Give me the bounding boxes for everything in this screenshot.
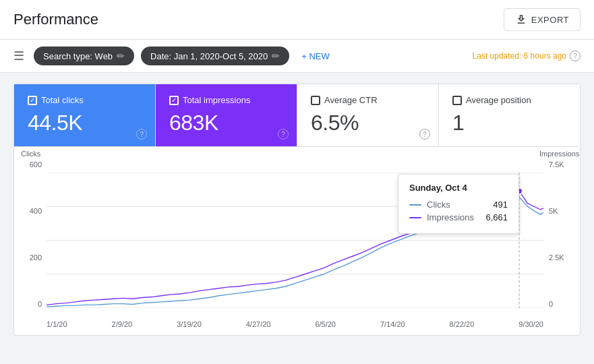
last-updated: Last updated: 6 hours ago ? <box>473 51 581 61</box>
tooltip-date: Sunday, Oct 4 <box>409 183 508 193</box>
clicks-line-indicator <box>409 204 421 206</box>
position-checkbox[interactable] <box>452 96 462 105</box>
position-value: 1 <box>452 111 566 135</box>
toolbar: ☰ Search type: Web ✏ Date: Jan 1, 2020-O… <box>0 40 594 73</box>
date-label: Date: Jan 1, 2020-Oct 5, 2020 <box>150 51 268 61</box>
filter-icon[interactable]: ☰ <box>13 49 24 63</box>
y-axis-left: Clicks 600 400 200 0 <box>21 160 44 308</box>
export-label: EXPORT <box>531 15 569 25</box>
help-icon[interactable]: ? <box>570 51 581 61</box>
metrics-row: Total clicks 44.5K ? Total impressions 6… <box>13 84 581 147</box>
tooltip-clicks-label: Clicks <box>427 200 450 210</box>
download-icon <box>515 13 527 26</box>
chart-area: Clicks 600 400 200 0 Impressions 7.5K 5K… <box>21 160 573 328</box>
impressions-help-icon[interactable]: ? <box>278 129 289 140</box>
search-type-label: Search type: Web <box>43 51 113 61</box>
edit-icon: ✏ <box>272 51 280 61</box>
impressions-line-indicator <box>409 217 421 218</box>
clicks-value: 44.5K <box>28 111 142 135</box>
edit-icon: ✏ <box>117 51 125 61</box>
metric-average-ctr[interactable]: Average CTR 6.5% ? <box>297 84 439 146</box>
impressions-checkbox[interactable] <box>169 96 179 105</box>
impressions-value: 683K <box>169 111 283 135</box>
last-updated-text: Last updated: 6 hours ago <box>473 51 566 61</box>
metric-position-label: Average position <box>452 95 566 105</box>
metric-ctr-label: Average CTR <box>311 95 425 105</box>
tooltip-clicks-value: 491 <box>493 200 508 210</box>
y-axis-left-label: Clicks <box>21 150 48 158</box>
x-axis: 1/1/20 2/9/20 3/19/20 4/27/20 6/5/20 7/1… <box>47 320 543 328</box>
chart-tooltip: Sunday, Oct 4 Clicks 491 Impressions 6,6… <box>398 174 519 234</box>
tooltip-impressions-legend: Impressions <box>409 212 474 222</box>
metric-average-position[interactable]: Average position 1 <box>439 84 580 146</box>
main-content: Total clicks 44.5K ? Total impressions 6… <box>0 73 594 346</box>
tooltip-clicks-row: Clicks 491 <box>409 200 508 210</box>
new-button[interactable]: + NEW <box>296 47 335 65</box>
page-title: Performance <box>13 11 98 28</box>
metric-clicks-label: Total clicks <box>28 95 142 105</box>
tooltip-impressions-label: Impressions <box>427 212 474 222</box>
chart-container: Clicks 600 400 200 0 Impressions 7.5K 5K… <box>13 147 581 336</box>
header: Performance EXPORT <box>0 0 594 40</box>
search-type-filter[interactable]: Search type: Web ✏ <box>34 47 134 65</box>
tooltip-clicks-legend: Clicks <box>409 200 450 210</box>
tooltip-impressions-value: 6,661 <box>485 212 508 222</box>
ctr-value: 6.5% <box>311 111 425 135</box>
ctr-help-icon[interactable]: ? <box>419 129 430 140</box>
date-filter[interactable]: Date: Jan 1, 2020-Oct 5, 2020 ✏ <box>141 47 289 65</box>
ctr-checkbox[interactable] <box>311 96 320 105</box>
clicks-help-icon[interactable]: ? <box>136 129 147 140</box>
metric-total-impressions[interactable]: Total impressions 683K ? <box>156 84 297 146</box>
metric-total-clicks[interactable]: Total clicks 44.5K ? <box>14 84 156 146</box>
y-axis-right: Impressions 7.5K 5K 2.5K 0 <box>546 160 573 308</box>
y-axis-right-label: Impressions <box>539 150 573 158</box>
metric-impressions-label: Total impressions <box>169 95 283 105</box>
tooltip-impressions-row: Impressions 6,661 <box>409 212 508 222</box>
clicks-checkbox[interactable] <box>28 96 37 105</box>
export-button[interactable]: EXPORT <box>504 8 581 31</box>
new-label: + NEW <box>301 51 330 61</box>
